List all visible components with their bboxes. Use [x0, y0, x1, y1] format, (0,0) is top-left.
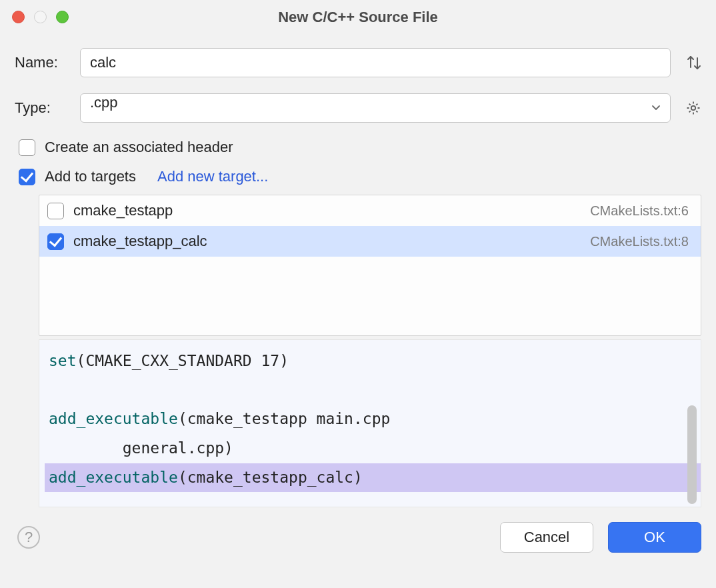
ok-label: OK [644, 529, 665, 546]
add-to-targets-checkbox[interactable] [19, 169, 35, 185]
type-label: Type: [15, 99, 80, 117]
minimize-window-button[interactable] [34, 11, 47, 23]
target-location: CMakeLists.txt:6 [590, 203, 689, 219]
help-icon[interactable]: ? [17, 526, 40, 549]
code-kw: add_executable [49, 410, 178, 427]
cancel-label: Cancel [524, 529, 569, 546]
type-select-value: .cpp [80, 93, 671, 123]
code-text: general.cpp) [45, 434, 701, 463]
add-to-targets-row: Add to targets Add new target... [19, 168, 701, 185]
code-text: (cmake_testapp main.cpp [178, 410, 391, 427]
dialog-footer: ? Cancel OK [0, 507, 716, 563]
ok-button[interactable]: OK [608, 522, 701, 553]
target-checkbox[interactable] [47, 233, 64, 250]
type-select[interactable]: .cpp [80, 93, 671, 123]
target-name: cmake_testapp_calc [73, 233, 207, 250]
type-row: Type: .cpp [15, 93, 701, 123]
cancel-button[interactable]: Cancel [500, 522, 593, 553]
target-location: CMakeLists.txt:8 [590, 234, 689, 249]
add-to-targets-label: Add to targets [45, 168, 136, 185]
code-text: (cmake_testapp_calc) [178, 469, 363, 486]
dialog-content: Name: Type: .cpp Create an associated he… [0, 35, 716, 507]
sort-icon[interactable] [679, 55, 701, 71]
create-header-label: Create an associated header [45, 139, 233, 156]
target-row[interactable]: cmake_testapp CMakeLists.txt:6 [39, 195, 701, 226]
code-text: (CMAKE_CXX_STANDARD 17) [77, 352, 289, 369]
dialog-buttons: Cancel OK [500, 522, 701, 553]
name-label: Name: [15, 54, 80, 71]
help-glyph: ? [25, 529, 33, 546]
create-header-checkbox[interactable] [19, 139, 35, 156]
titlebar: New C/C++ Source File [0, 0, 716, 35]
maximize-window-button[interactable] [56, 11, 69, 23]
cmake-preview: set(CMAKE_CXX_STANDARD 17) add_executabl… [39, 339, 701, 507]
create-header-row[interactable]: Create an associated header [19, 139, 701, 156]
close-window-button[interactable] [12, 11, 25, 23]
svg-point-0 [691, 106, 695, 110]
window-controls [12, 11, 69, 23]
scrollbar-thumb[interactable] [687, 405, 697, 504]
code-kw: add_executable [49, 469, 178, 486]
name-row: Name: [15, 48, 701, 77]
window-title: New C/C++ Source File [0, 9, 716, 26]
targets-panel: cmake_testapp CMakeLists.txt:6 cmake_tes… [39, 195, 701, 336]
target-checkbox[interactable] [47, 203, 64, 219]
code-kw: set [49, 352, 77, 369]
name-input[interactable] [80, 48, 671, 77]
add-new-target-link[interactable]: Add new target... [157, 168, 268, 185]
gear-icon[interactable] [679, 100, 701, 116]
target-row[interactable]: cmake_testapp_calc CMakeLists.txt:8 [39, 226, 701, 257]
target-name: cmake_testapp [73, 202, 173, 219]
targets-empty-space [39, 257, 701, 335]
